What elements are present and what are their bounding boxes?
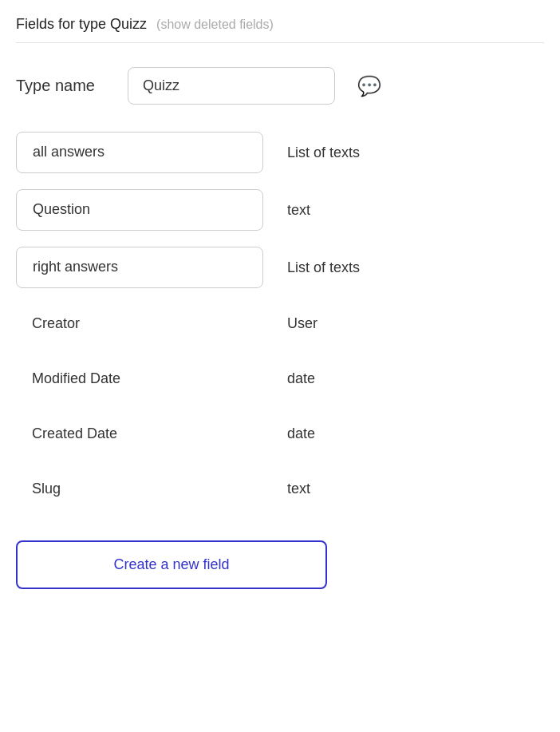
type-name-label: Type name	[16, 77, 112, 95]
field-row: Questiontext	[16, 181, 544, 239]
field-type: date	[263, 370, 544, 387]
field-row: right answersList of texts	[16, 239, 544, 296]
page-title: Fields for type Quizz	[16, 16, 147, 33]
field-row: Slugtext	[16, 461, 544, 516]
field-row: all answersList of texts	[16, 124, 544, 181]
field-type: date	[263, 425, 544, 442]
create-new-field-button[interactable]: Create a new field	[16, 540, 327, 589]
field-name-text: Slug	[16, 469, 263, 508]
field-type: List of texts	[263, 144, 544, 161]
field-type: List of texts	[263, 259, 544, 276]
field-name-text: Modified Date	[16, 359, 263, 398]
field-type: text	[263, 481, 544, 497]
show-deleted-link[interactable]: (show deleted fields)	[156, 18, 274, 32]
field-name-text: Creator	[16, 304, 263, 343]
field-name-text: Created Date	[16, 414, 263, 453]
fields-list: all answersList of textsQuestiontextrigh…	[16, 124, 544, 516]
field-type: User	[263, 315, 544, 332]
field-type: text	[263, 202, 544, 219]
field-row: Modified Datedate	[16, 351, 544, 406]
type-name-section: Type name 💬	[16, 43, 544, 124]
header-section: Fields for type Quizz (show deleted fiel…	[16, 0, 544, 43]
field-row: CreatorUser	[16, 296, 544, 351]
comment-icon[interactable]: 💬	[357, 75, 381, 97]
type-name-input[interactable]	[128, 67, 335, 105]
page-container: Fields for type Quizz (show deleted fiel…	[0, 0, 560, 732]
field-name-box[interactable]: right answers	[16, 247, 263, 288]
field-name-box[interactable]: Question	[16, 189, 263, 231]
field-row: Created Datedate	[16, 406, 544, 461]
field-name-box[interactable]: all answers	[16, 132, 263, 173]
